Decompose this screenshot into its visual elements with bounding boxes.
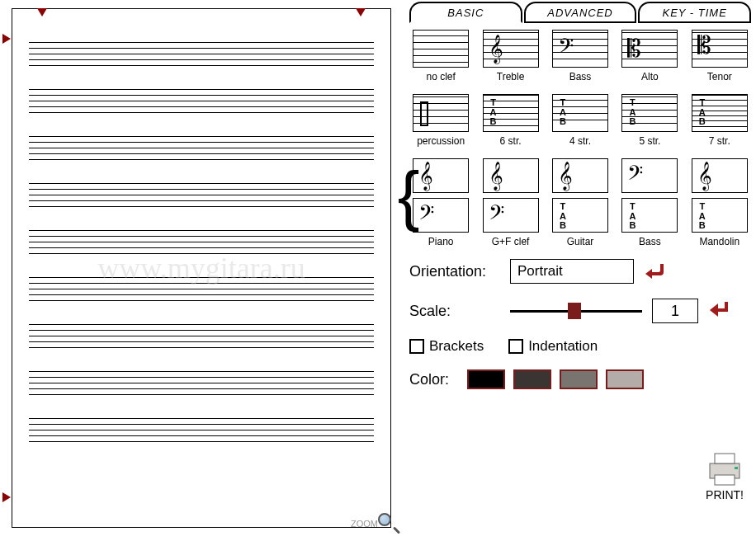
brackets-checkbox[interactable]: Brackets bbox=[409, 338, 484, 355]
ruler-marker-icon[interactable] bbox=[356, 8, 366, 16]
grand-option-piano[interactable]: { 𝄞 𝄢 Piano bbox=[409, 158, 472, 247]
tenor-clef-icon: 𝄡 bbox=[697, 33, 711, 58]
staff-row bbox=[29, 418, 374, 442]
grand-option-guitar[interactable]: 𝄞 TAB Guitar bbox=[549, 158, 612, 247]
treble-clef-icon: 𝄞 bbox=[418, 163, 433, 188]
clef-option-treble[interactable]: 𝄞 Treble bbox=[479, 30, 541, 82]
zoom-label: ZOOM bbox=[351, 519, 378, 529]
clef-option-bass[interactable]: 𝄢 Bass bbox=[549, 30, 612, 82]
scale-input[interactable] bbox=[652, 299, 698, 323]
staff-row bbox=[29, 277, 374, 301]
color-swatch-black[interactable] bbox=[467, 369, 505, 389]
tab-icon: TAB bbox=[629, 202, 636, 231]
slider-handle[interactable] bbox=[568, 303, 581, 319]
clef-label: Treble bbox=[497, 71, 525, 82]
clef-row-1: no clef 𝄞 Treble 𝄢 Bass 𝄡 Alto 𝄡 Tenor bbox=[409, 30, 751, 82]
staff-row bbox=[29, 324, 374, 348]
clef-option-tenor[interactable]: 𝄡 Tenor bbox=[688, 30, 751, 82]
clef-option-alto[interactable]: 𝄡 Alto bbox=[618, 30, 681, 82]
bass-clef-icon: 𝄢 bbox=[418, 203, 434, 228]
printer-icon bbox=[703, 452, 746, 487]
indentation-checkbox[interactable]: Indentation bbox=[508, 338, 598, 355]
clef-label: 4 str. bbox=[569, 135, 591, 147]
clef-label: Bass bbox=[569, 71, 592, 82]
staff-row bbox=[29, 183, 374, 207]
enter-arrow-icon bbox=[708, 300, 733, 322]
staff-row bbox=[29, 42, 374, 66]
clef-label: no clef bbox=[427, 71, 456, 82]
clef-row-2: percussion TAB 6 str. TAB 4 str. TAB 5 s… bbox=[409, 94, 751, 147]
staff-row bbox=[29, 230, 374, 254]
clef-label: Alto bbox=[641, 71, 659, 82]
bass-clef-icon: 𝄢 bbox=[558, 36, 574, 61]
scale-slider[interactable] bbox=[510, 301, 642, 321]
clef-option-7str[interactable]: TAB 7 str. bbox=[688, 94, 751, 147]
checkbox-icon bbox=[508, 339, 523, 354]
brace-icon: { bbox=[404, 158, 413, 233]
tab-icon: TAB bbox=[490, 98, 497, 127]
indentation-label: Indentation bbox=[528, 338, 598, 355]
print-button[interactable]: PRINT! bbox=[703, 452, 746, 501]
ruler-marker-icon[interactable] bbox=[37, 8, 47, 16]
staff-row bbox=[29, 89, 374, 113]
scale-apply-button[interactable] bbox=[708, 300, 733, 322]
orientation-label: Orientation: bbox=[409, 263, 500, 280]
grand-option-mandolin[interactable]: 𝄞 TAB Mandolin bbox=[688, 158, 751, 247]
color-swatch-gray[interactable] bbox=[560, 369, 598, 389]
color-label: Color: bbox=[409, 371, 459, 388]
brackets-label: Brackets bbox=[429, 338, 484, 355]
clef-label: percussion bbox=[417, 135, 465, 147]
grand-staff-row: { 𝄞 𝄢 Piano 𝄞 𝄢 G+F clef 𝄞 TAB Guitar bbox=[409, 158, 751, 247]
staff-page: www.mygitara.ru bbox=[12, 8, 391, 528]
clef-label: 5 str. bbox=[639, 135, 660, 147]
tab-basic[interactable]: BASIC bbox=[409, 2, 522, 23]
treble-clef-icon: 𝄞 bbox=[489, 163, 503, 188]
tab-keytime[interactable]: KEY - TIME bbox=[638, 2, 751, 23]
clef-label: Tenor bbox=[707, 71, 732, 82]
clef-option-noclef[interactable]: no clef bbox=[409, 30, 472, 82]
grand-label: G+F clef bbox=[492, 236, 530, 247]
bass-clef-icon: 𝄢 bbox=[627, 163, 643, 188]
treble-clef-icon: 𝄞 bbox=[558, 163, 573, 188]
staff-row bbox=[29, 371, 374, 395]
treble-clef-icon: 𝄞 bbox=[697, 163, 712, 188]
orientation-apply-button[interactable] bbox=[644, 261, 669, 282]
tab-icon: TAB bbox=[560, 202, 566, 231]
tab-icon: TAB bbox=[699, 202, 706, 231]
orientation-input[interactable] bbox=[510, 259, 634, 284]
grand-label: Guitar bbox=[567, 236, 594, 247]
tab-advanced[interactable]: ADVANCED bbox=[524, 2, 637, 23]
grand-label: Mandolin bbox=[699, 236, 739, 247]
clef-option-5str[interactable]: TAB 5 str. bbox=[618, 94, 681, 147]
checkbox-icon bbox=[409, 339, 424, 354]
tab-icon: TAB bbox=[560, 98, 566, 127]
svg-rect-3 bbox=[735, 467, 738, 469]
magnifier-icon bbox=[378, 513, 399, 534]
zoom-control[interactable]: ZOOM bbox=[351, 513, 399, 534]
scale-label: Scale: bbox=[409, 303, 500, 320]
print-label: PRINT! bbox=[706, 488, 744, 501]
control-panel: BASIC ADVANCED KEY - TIME no clef 𝄞 Treb… bbox=[404, 0, 756, 541]
color-swatch-light[interactable] bbox=[606, 369, 644, 389]
tab-icon: TAB bbox=[629, 98, 636, 127]
grand-label: Piano bbox=[428, 236, 454, 247]
grand-label: Bass bbox=[639, 236, 661, 247]
bass-clef-icon: 𝄢 bbox=[489, 203, 504, 228]
alto-clef-icon: 𝄡 bbox=[627, 36, 641, 61]
color-swatch-dark[interactable] bbox=[513, 369, 551, 389]
preview-panel: www.mygitara.ru ZOOM bbox=[0, 0, 404, 541]
grand-option-bass[interactable]: 𝄢 TAB Bass bbox=[618, 158, 681, 247]
clef-label: 7 str. bbox=[709, 135, 730, 147]
percussion-clef-icon bbox=[420, 101, 428, 126]
staff-row bbox=[29, 136, 374, 160]
clef-option-percussion[interactable]: percussion bbox=[409, 94, 472, 147]
ruler-marker-icon[interactable] bbox=[2, 34, 11, 44]
svg-rect-1 bbox=[715, 454, 735, 463]
clef-option-4str[interactable]: TAB 4 str. bbox=[549, 94, 612, 147]
clef-label: 6 str. bbox=[500, 135, 522, 147]
undo-arrow-icon bbox=[644, 261, 669, 282]
treble-clef-icon: 𝄞 bbox=[489, 36, 503, 61]
clef-option-6str[interactable]: TAB 6 str. bbox=[479, 94, 541, 147]
ruler-marker-icon[interactable] bbox=[2, 492, 11, 502]
grand-option-gfclef[interactable]: 𝄞 𝄢 G+F clef bbox=[479, 158, 541, 247]
